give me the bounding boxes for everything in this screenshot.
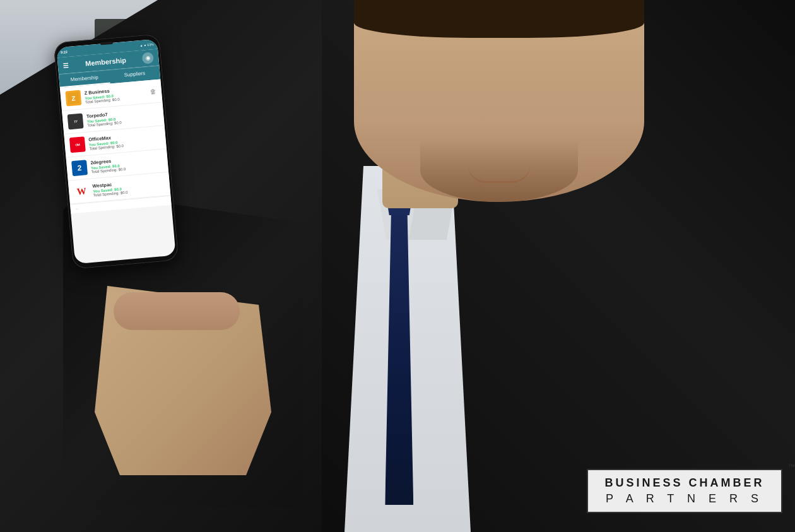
bcp-line1: BUSINESS CHAMBER (601, 476, 768, 490)
2degrees-info: 2degrees You Saved: $0.0 Total Spending:… (90, 154, 163, 174)
status-icons: ▲ ● 63% (139, 42, 153, 47)
westpac-logo: W (73, 183, 90, 199)
svg-text:Z: Z (71, 95, 76, 102)
svg-text:W: W (76, 186, 86, 196)
battery-icon: 63% (147, 42, 154, 47)
signal-icon: ▲ (139, 44, 143, 47)
app-title: Membership (85, 56, 127, 68)
wifi-icon: ● (144, 43, 146, 47)
background: 9:22 ▲ ● 63% ☰ Membership ◉ (0, 0, 795, 532)
bcp-trademark: ™ (788, 463, 795, 470)
delete-icon[interactable]: 🗑 (150, 88, 156, 95)
bcp-logo: BUSINESS CHAMBER P A R T N E R S ™ (587, 469, 782, 513)
2degrees-logo: 2 (71, 160, 88, 176)
avatar-button[interactable]: ◉ (142, 52, 155, 64)
status-time: 9:22 (61, 50, 68, 54)
menu-icon[interactable]: ☰ (62, 61, 69, 69)
z-business-logo: Z (65, 90, 81, 107)
westpac-info: Westpac You Saved: $0.0 Total Spending: … (92, 177, 165, 198)
z-business-info: Z Business You Saved: $0.0 Total Spendin… (84, 85, 147, 104)
bcp-box: BUSINESS CHAMBER P A R T N E R S (587, 469, 782, 513)
phone-screen: 9:22 ▲ ● 63% ☰ Membership ◉ (56, 39, 175, 264)
phone-body: 9:22 ▲ ● 63% ☰ Membership ◉ (54, 33, 179, 269)
phone: 9:22 ▲ ● 63% ☰ Membership ◉ (54, 33, 179, 269)
bcp-line2: P A R T N E R S (601, 492, 768, 505)
officemax-info: OfficeMax You Saved: $0.0 Total Spending… (88, 131, 161, 151)
officemax-logo: OM (69, 136, 86, 153)
supplier-list: Z Z Business You Saved: $0.0 Total Spend… (60, 79, 172, 213)
avatar-icon: ◉ (145, 55, 151, 62)
torpedo7-info: Torpedo7 You Saved: $0.0 Total Spending:… (86, 107, 159, 127)
torpedo7-logo: T7 (68, 113, 84, 129)
